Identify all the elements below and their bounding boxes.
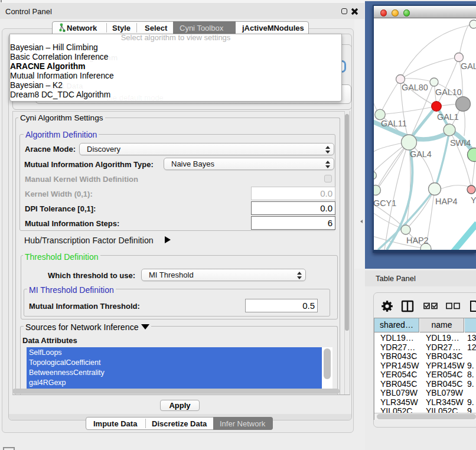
svg-text:GCY1: GCY1 — [374, 198, 396, 208]
svg-text:GAL10: GAL10 — [435, 87, 462, 97]
svg-text:GAL11: GAL11 — [381, 119, 407, 128]
svg-text:GAL: GAL — [461, 61, 476, 71]
svg-text:HAP4: HAP4 — [435, 197, 458, 206]
svg-text:GAL1: GAL1 — [437, 112, 459, 122]
svg-text:GAL4: GAL4 — [410, 149, 432, 159]
svg-text:HAP2: HAP2 — [406, 236, 429, 245]
svg-text:GAL80: GAL80 — [402, 83, 428, 92]
svg-text:SWI4: SWI4 — [450, 138, 471, 148]
svg-text:Y: Y — [471, 195, 476, 205]
